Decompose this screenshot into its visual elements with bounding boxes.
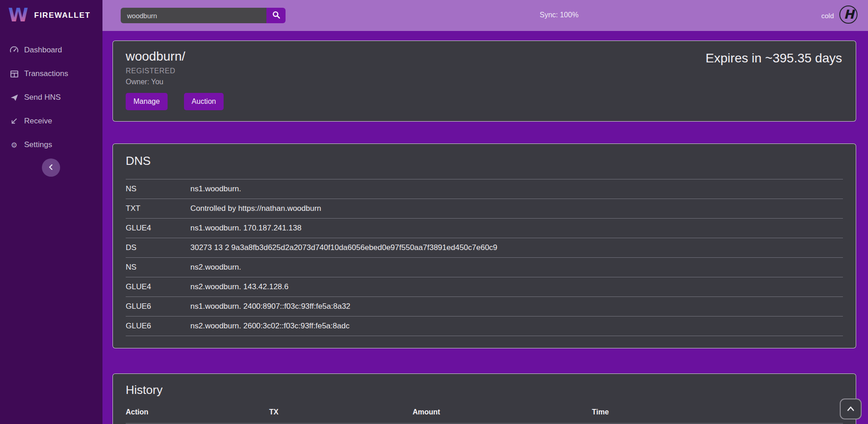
dns-record-type: GLUE4 <box>126 277 190 297</box>
dns-record-type: NS <box>126 258 190 277</box>
history-table: Action TX Amount Time UPDATE 70e64775...… <box>126 403 843 424</box>
dns-record-value: ns1.woodburn. 2400:8907::f03c:93ff:fe5a:… <box>190 297 843 317</box>
dns-record-value: Controlled by https://nathan.woodburn <box>190 199 843 219</box>
sidebar-item-transactions[interactable]: Transactions <box>0 62 102 86</box>
domain-status-label: REGISTERED <box>126 67 843 75</box>
dns-section-title: DNS <box>126 154 843 168</box>
dns-card: DNS NS ns1.woodburn. TXT Controlled by h… <box>112 143 856 348</box>
sidebar-item-send-hns[interactable]: Send HNS <box>0 86 102 109</box>
wallet-name-label: cold <box>821 12 834 20</box>
paper-plane-icon <box>10 93 19 102</box>
svg-text:W: W <box>8 5 28 25</box>
auction-button[interactable]: Auction <box>184 93 224 110</box>
history-col-action: Action <box>126 403 269 424</box>
dns-record-row: NS ns1.woodburn. <box>126 179 843 199</box>
search-input[interactable] <box>121 8 266 23</box>
main-content: woodburn/ REGISTERED Owner: You Manage A… <box>102 0 868 424</box>
sidebar: W FIREWALLET Dashboard <box>0 0 102 424</box>
manage-button[interactable]: Manage <box>126 93 168 110</box>
domain-card: woodburn/ REGISTERED Owner: You Manage A… <box>112 41 856 122</box>
dns-record-value: 30273 13 2 9a3a8fb3d625d2a2073d740f10da6… <box>190 238 843 258</box>
domain-actions: Manage Auction <box>126 93 843 110</box>
dns-table: NS ns1.woodburn. TXT Controlled by https… <box>126 179 843 336</box>
dns-record-row: TXT Controlled by https://nathan.woodbur… <box>126 199 843 219</box>
domain-owner-label: Owner: You <box>126 78 843 86</box>
dns-record-type: TXT <box>126 199 190 219</box>
sidebar-collapse-button[interactable] <box>42 158 60 177</box>
arrow-down-left-icon <box>10 117 19 126</box>
dns-record-value: ns2.woodburn. 143.42.128.6 <box>190 277 843 297</box>
sidebar-item-receive[interactable]: Receive <box>0 109 102 133</box>
sidebar-item-label: Send HNS <box>24 93 61 102</box>
sidebar-item-label: Transactions <box>24 69 68 78</box>
firewallet-logo-icon: W <box>8 4 28 27</box>
gear-icon: ⚙ <box>10 140 19 149</box>
sidebar-item-label: Receive <box>24 117 52 126</box>
history-col-tx: TX <box>269 403 413 424</box>
dns-record-type: GLUE4 <box>126 219 190 238</box>
search-icon <box>272 10 281 20</box>
dns-record-row: GLUE6 ns2.woodburn. 2600:3c02::f03c:93ff… <box>126 317 843 336</box>
chevron-up-icon <box>847 405 855 413</box>
brand-name: FIREWALLET <box>34 11 91 20</box>
dns-record-value: ns2.woodburn. <box>190 258 843 277</box>
scroll-to-top-button[interactable] <box>840 398 862 419</box>
dns-record-row: GLUE6 ns1.woodburn. 2400:8907::f03c:93ff… <box>126 297 843 317</box>
domain-expiry-label: Expires in ~395.35 days <box>705 51 842 66</box>
search-button[interactable] <box>266 8 286 23</box>
logo-row: W FIREWALLET <box>0 0 102 31</box>
sync-status: Sync: 100% <box>540 11 578 19</box>
dns-record-row: DS 30273 13 2 9a3a8fb3d625d2a2073d740f10… <box>126 238 843 258</box>
dns-record-type: GLUE6 <box>126 317 190 336</box>
history-card: History Action TX Amount Time UPDATE 70e… <box>112 373 856 424</box>
dns-record-value: ns1.woodburn. 170.187.241.138 <box>190 219 843 238</box>
sidebar-item-dashboard[interactable]: Dashboard <box>0 38 102 62</box>
chevron-left-icon <box>47 163 55 172</box>
dns-record-value: ns2.woodburn. 2600:3c02::f03c:93ff:fe5a:… <box>190 317 843 336</box>
sidebar-item-label: Settings <box>24 140 52 149</box>
history-col-time: Time <box>592 403 843 424</box>
dashboard-gauge-icon <box>10 46 19 55</box>
history-col-amount: Amount <box>413 403 592 424</box>
history-section-title: History <box>126 383 843 397</box>
dns-record-type: GLUE6 <box>126 297 190 317</box>
table-grid-icon <box>10 69 19 78</box>
svg-text:H: H <box>844 7 856 21</box>
dns-record-row: NS ns2.woodburn. <box>126 258 843 277</box>
sidebar-item-label: Dashboard <box>24 46 62 55</box>
handshake-logo-icon: H <box>839 5 858 26</box>
dns-record-value: ns1.woodburn. <box>190 179 843 199</box>
dns-record-row: GLUE4 ns2.woodburn. 143.42.128.6 <box>126 277 843 297</box>
history-header-row: Action TX Amount Time <box>126 403 843 424</box>
topbar: Sync: 100% cold H <box>102 0 868 31</box>
search-group <box>121 8 286 23</box>
dns-record-type: NS <box>126 179 190 199</box>
dns-record-row: GLUE4 ns1.woodburn. 170.187.241.138 <box>126 219 843 238</box>
dns-record-type: DS <box>126 238 190 258</box>
sidebar-nav: Dashboard Transactions Send HNS <box>0 38 102 157</box>
wallet-area[interactable]: cold H <box>821 0 858 31</box>
sidebar-item-settings[interactable]: ⚙ Settings <box>0 133 102 157</box>
